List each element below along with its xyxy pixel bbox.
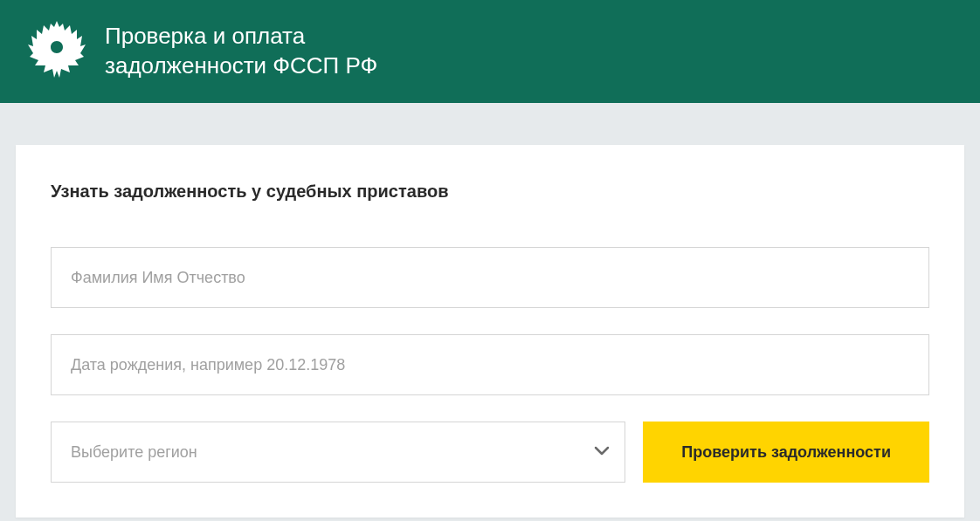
page-body: Узнать задолженность у судебных приставо… [0,103,980,518]
region-select-wrap: Выберите регион [51,422,625,483]
card-heading: Узнать задолженность у судебных приставо… [51,182,929,202]
date-of-birth-input[interactable] [51,334,929,395]
full-name-input[interactable] [51,247,929,308]
search-card: Узнать задолженность у судебных приставо… [16,145,964,518]
fssp-emblem-icon [26,17,87,86]
page-title: Проверка и оплата задолженности ФССП РФ [105,22,377,81]
check-debts-button[interactable]: Проверить задолженности [643,422,929,483]
page-title-line1: Проверка и оплата [105,23,305,49]
form-bottom-row: Выберите регион Проверить задолженности [51,422,929,483]
page-title-line2: задолженности ФССП РФ [105,52,377,79]
app-header: Проверка и оплата задолженности ФССП РФ [0,0,980,103]
region-select[interactable]: Выберите регион [51,422,625,483]
svg-point-0 [52,43,61,51]
